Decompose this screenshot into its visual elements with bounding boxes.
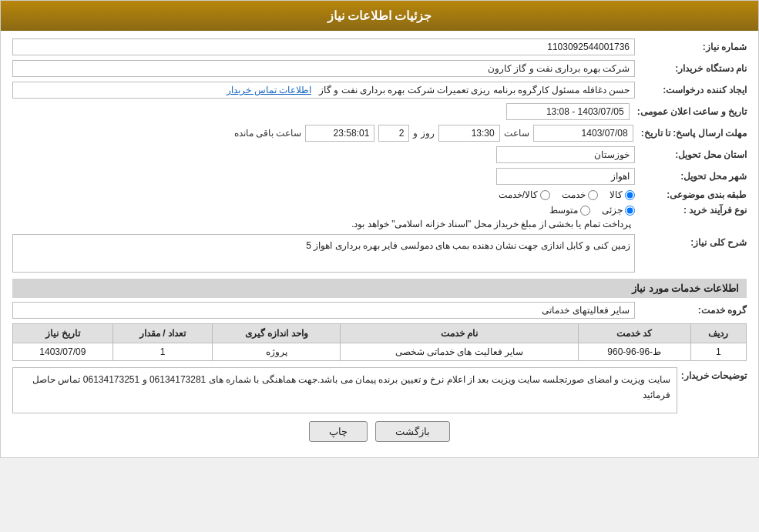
city-input [496, 168, 635, 185]
col-date: تاریخ نیاز [13, 324, 113, 343]
process-label: نوع فرآیند خرید : [639, 205, 747, 216]
need-number-input [12, 38, 635, 55]
category-label: طبقه بندی موضوعی: [639, 189, 747, 200]
category-radio-khedmat[interactable]: خدمت [562, 189, 598, 200]
table-row: 1ط-96-96-960سایر فعالیت های خدماتی شخصیپ… [13, 343, 747, 361]
services-section-header: اطلاعات خدمات مورد نیاز [12, 279, 747, 298]
services-table: ردیف کد خدمت نام خدمت واحد اندازه گیری ت… [12, 323, 747, 361]
description-text: زمین کنی و کابل اندازی جهت نشان دهنده بم… [306, 240, 630, 251]
category-khedmat-label: خدمت [562, 189, 586, 200]
category-kala-label: کالا [610, 189, 623, 200]
category-radio-group: کالا خدمت کالا/خدمت [499, 189, 635, 200]
col-name: نام خدمت [341, 324, 578, 343]
announce-date-label: تاریخ و ساعت اعلان عمومی: [633, 106, 747, 117]
reply-remain-label: ساعت باقی مانده [234, 128, 302, 139]
description-label: شرح کلی نیاز: [639, 234, 747, 248]
reply-days-label: روز و [413, 128, 434, 139]
need-number-label: شماره نیاز: [639, 42, 747, 52]
category-radio-kala-khedmat[interactable]: کالا/خدمت [499, 189, 550, 200]
page-title: جزئیات اطلاعات نیاز [327, 9, 432, 22]
process-radio-jozei[interactable]: جزئی [602, 205, 635, 216]
col-unit: واحد اندازه گیری [213, 324, 341, 343]
back-button[interactable]: بازگشت [375, 421, 450, 442]
reply-time-label: ساعت [504, 128, 529, 139]
service-group-label: گروه خدمت: [639, 305, 747, 316]
process-jozei-label: جزئی [602, 205, 623, 216]
buyer-notes-text: سایت ویزیت و امضای صورتجلسه سایت ویزیت ب… [32, 374, 670, 400]
requester-contact-link[interactable]: اطلاعات تماس خریدار [227, 85, 311, 95]
process-radio-group: جزئی متوسط [351, 205, 635, 216]
col-code: کد خدمت [578, 324, 690, 343]
buyer-org-label: نام دستگاه خریدار: [639, 63, 747, 74]
city-label: شهر محل تحویل: [639, 171, 747, 182]
reply-deadline-label: مهلت ارسال پاسخ: تا تاریخ: [637, 128, 747, 139]
buyer-notes-box: سایت ویزیت و امضای صورتجلسه سایت ویزیت ب… [12, 367, 677, 413]
page-header: جزئیات اطلاعات نیاز [1, 1, 758, 31]
action-buttons: بازگشت چاپ [12, 421, 747, 442]
announce-date-input [506, 103, 630, 120]
col-row: ردیف [690, 324, 746, 343]
process-radio-motavasset[interactable]: متوسط [549, 205, 590, 216]
requester-value: حسن دغافله مسئول کارگروه برنامه ریزی تعم… [319, 85, 630, 95]
category-kala-khedmat-label: کالا/خدمت [499, 189, 538, 200]
reply-remain-input [305, 125, 374, 142]
category-radio-kala[interactable]: کالا [610, 189, 635, 200]
province-input [496, 146, 635, 163]
reply-date-input [533, 125, 633, 142]
reply-days-input [378, 125, 409, 142]
province-label: استان محل تحویل: [639, 149, 747, 160]
buyer-org-input [12, 60, 635, 77]
requester-label: ایجاد کننده درخواست: [639, 85, 747, 95]
reply-time-input [438, 125, 500, 142]
col-qty: تعداد / مقدار [113, 324, 213, 343]
process-motavasset-label: متوسط [549, 205, 578, 216]
service-group-input [12, 302, 635, 319]
buyer-notes-label: توضیحات خریدار: [681, 367, 747, 381]
print-button[interactable]: چاپ [309, 421, 368, 442]
description-box: زمین کنی و کابل اندازی جهت نشان دهنده بم… [12, 234, 635, 273]
process-note: پرداخت تمام یا بخشی از مبلغ خریداز محل "… [351, 219, 631, 229]
